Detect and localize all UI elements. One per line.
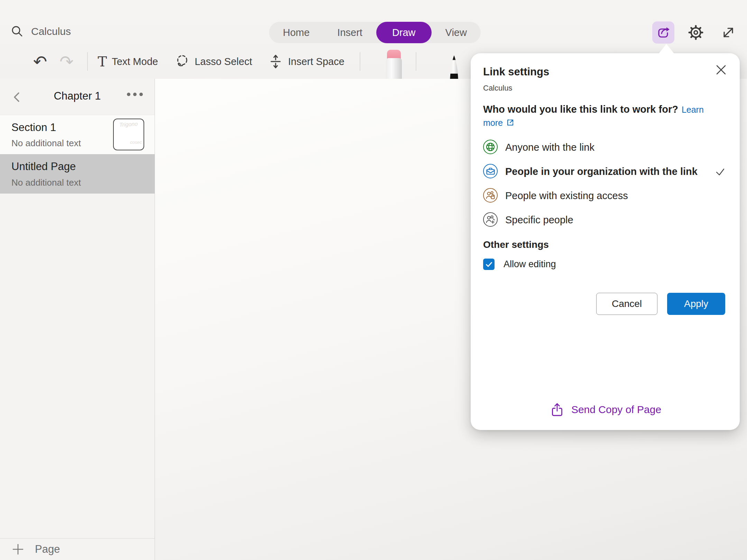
- popover-subtitle: Calculus: [483, 84, 727, 93]
- add-page-label: Page: [35, 543, 60, 556]
- resize-diagonal-icon: [720, 25, 736, 40]
- fullscreen-button[interactable]: [717, 21, 739, 44]
- allow-editing-checkbox[interactable]: [483, 259, 495, 270]
- eraser-body: [386, 58, 402, 79]
- black-pen-tool[interactable]: [446, 55, 462, 79]
- option-existing-access[interactable]: People with existing access: [483, 188, 727, 203]
- toolbar-divider: [416, 52, 416, 71]
- text-mode-button[interactable]: T Text Mode: [98, 55, 158, 68]
- link-audience-options: Anyone with the link People in your orga…: [483, 140, 727, 227]
- insert-space-icon: [268, 54, 283, 69]
- add-page-button[interactable]: Page: [0, 538, 155, 560]
- link-audience-question: Who would you like this link to work for…: [483, 103, 711, 129]
- popover-actions: Cancel Apply: [483, 293, 727, 315]
- notebook-search[interactable]: Calculus: [10, 25, 71, 38]
- lasso-select-button[interactable]: Lasso Select: [174, 54, 252, 69]
- share-export-icon: [655, 25, 671, 40]
- checkmark-icon: [485, 260, 493, 269]
- toolbar-divider: [87, 52, 88, 71]
- eraser-tool[interactable]: [386, 50, 402, 79]
- page-title: Section 1: [11, 121, 56, 134]
- pages-sidebar: Chapter 1 Section 1 No additional text T…: [0, 79, 155, 560]
- people-lock-icon: [483, 188, 498, 203]
- close-button[interactable]: [714, 63, 728, 77]
- lasso-icon: [174, 54, 190, 69]
- tab-view[interactable]: View: [432, 22, 481, 43]
- tab-home[interactable]: Home: [269, 22, 323, 43]
- undo-button[interactable]: ↶: [33, 53, 47, 70]
- ribbon-tabs: Home Insert Draw View: [269, 22, 481, 43]
- allow-editing-setting: Allow editing: [483, 259, 727, 270]
- apply-button[interactable]: Apply: [667, 293, 725, 315]
- notebook-title: Calculus: [31, 26, 71, 37]
- sidebar-header: Chapter 1: [0, 79, 155, 115]
- option-specific-people[interactable]: Specific people: [483, 212, 727, 227]
- page-title: Untitled Page: [11, 160, 76, 173]
- gear-icon: [687, 24, 704, 41]
- tab-draw[interactable]: Draw: [376, 22, 432, 43]
- popover-caret: [658, 44, 674, 54]
- send-copy-button[interactable]: Send Copy of Page: [471, 402, 740, 418]
- window-actions: [652, 21, 739, 44]
- text-mode-icon: T: [98, 55, 107, 68]
- page-subtitle: No additional text: [11, 138, 81, 149]
- search-icon: [10, 25, 24, 38]
- insert-space-button[interactable]: Insert Space: [268, 54, 344, 69]
- close-icon: [715, 64, 727, 76]
- link-settings-popover: Link settings Calculus Who would you lik…: [471, 53, 740, 430]
- page-subtitle: No additional text: [11, 177, 81, 188]
- toolbar-divider: [360, 52, 360, 71]
- share-button[interactable]: [652, 21, 674, 44]
- page-list-item[interactable]: Section 1 No additional text Trigono cos…: [0, 115, 155, 154]
- cancel-button[interactable]: Cancel: [596, 293, 657, 315]
- briefcase-icon: [483, 164, 498, 178]
- tab-insert[interactable]: Insert: [323, 22, 376, 43]
- popover-title: Link settings: [483, 66, 727, 78]
- option-anyone[interactable]: Anyone with the link: [483, 140, 727, 155]
- globe-icon: [483, 140, 498, 154]
- section-more-button[interactable]: [127, 93, 143, 96]
- section-title: Chapter 1: [0, 90, 155, 102]
- allow-editing-label: Allow editing: [504, 259, 556, 270]
- page-thumbnail: Trigono cosec: [113, 119, 144, 150]
- external-link-icon: [506, 118, 515, 127]
- option-organization[interactable]: People in your organization with the lin…: [483, 164, 727, 179]
- send-copy-label: Send Copy of Page: [571, 404, 661, 416]
- redo-button[interactable]: ↷: [59, 53, 73, 70]
- settings-button[interactable]: [685, 21, 707, 44]
- people-add-icon: [483, 212, 498, 227]
- send-copy-icon: [549, 402, 565, 418]
- other-settings-heading: Other settings: [483, 239, 727, 250]
- plus-icon: [11, 543, 25, 556]
- check-icon: [714, 166, 726, 178]
- page-list-item-selected[interactable]: Untitled Page No additional text: [0, 154, 155, 194]
